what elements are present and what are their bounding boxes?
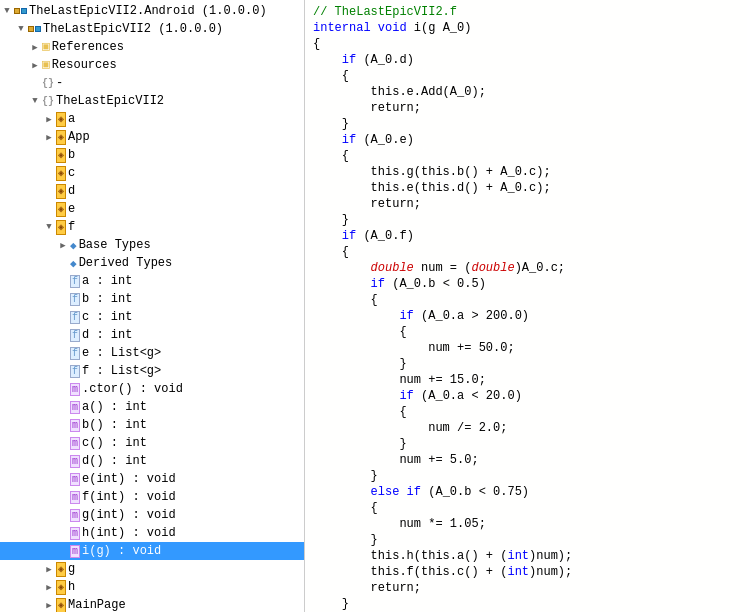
tree-item-class-mainpage[interactable]: ▶◈MainPage	[0, 596, 304, 612]
tree-panel[interactable]: ▼ TheLastEpicVII2.Android (1.0.0.0)▼ The…	[0, 0, 305, 612]
tree-item-field-e[interactable]: fe : List<g>	[0, 344, 304, 362]
tree-item-method-h[interactable]: mh(int) : void	[0, 524, 304, 542]
tree-item-method-e[interactable]: me(int) : void	[0, 470, 304, 488]
tree-item-field-b[interactable]: fb : int	[0, 290, 304, 308]
expand-icon[interactable]	[28, 76, 42, 90]
tree-item-class-a[interactable]: ▶◈a	[0, 110, 304, 128]
expand-icon[interactable]	[56, 382, 70, 396]
expand-icon[interactable]: ▼	[28, 94, 42, 108]
tree-item-method-c[interactable]: mc() : int	[0, 434, 304, 452]
expand-icon[interactable]	[42, 202, 56, 216]
field-icon: f	[70, 329, 82, 342]
tree-item-field-f[interactable]: ff : List<g>	[0, 362, 304, 380]
tree-item-class-d[interactable]: ◈d	[0, 182, 304, 200]
expand-icon[interactable]	[56, 418, 70, 432]
expand-icon[interactable]: ▶	[28, 58, 42, 72]
code-text-27: }	[313, 436, 407, 452]
tree-item-method-f[interactable]: mf(int) : void	[0, 488, 304, 506]
tree-item-references[interactable]: ▶▣References	[0, 38, 304, 56]
code-line-1: internal void i(g A_0)	[313, 20, 739, 36]
expand-icon[interactable]	[56, 508, 70, 522]
expand-icon[interactable]: ▶	[42, 598, 56, 612]
tree-item-base-types[interactable]: ▶◆Base Types	[0, 236, 304, 254]
class-icon: ◈	[56, 202, 68, 217]
code-text-22: }	[313, 356, 407, 372]
field-icon: f	[70, 293, 80, 306]
code-text-16: double num = (double)A_0.c;	[313, 260, 565, 276]
tree-item-class-e[interactable]: ◈e	[0, 200, 304, 218]
tree-item-label: .ctor() : void	[82, 382, 183, 396]
expand-icon[interactable]	[56, 256, 70, 270]
field-icon: f	[70, 311, 80, 324]
expand-icon[interactable]: ▶	[56, 238, 70, 252]
expand-icon[interactable]	[56, 292, 70, 306]
method-icon: m	[70, 455, 82, 468]
code-line-2: {	[313, 36, 739, 52]
tree-item-dash[interactable]: {}-	[0, 74, 304, 92]
tree-item-class-g[interactable]: ▶◈g	[0, 560, 304, 578]
tree-item-class-app[interactable]: ▶◈App	[0, 128, 304, 146]
expand-icon[interactable]: ▶	[42, 580, 56, 594]
code-line-9: {	[313, 148, 739, 164]
expand-icon[interactable]	[56, 274, 70, 288]
tree-item-class-c[interactable]: ◈c	[0, 164, 304, 182]
tree-item-method-a[interactable]: ma() : int	[0, 398, 304, 416]
expand-icon[interactable]	[56, 490, 70, 504]
expand-icon[interactable]: ▶	[42, 112, 56, 126]
expand-icon[interactable]: ▼	[14, 22, 28, 36]
expand-icon[interactable]	[56, 328, 70, 342]
tree-item-field-d[interactable]: fd : int	[0, 326, 304, 344]
tree-item-namespace[interactable]: ▼{}TheLastEpicVII2	[0, 92, 304, 110]
tree-item-method-ctor[interactable]: m.ctor() : void	[0, 380, 304, 398]
tree-item-method-g[interactable]: mg(int) : void	[0, 506, 304, 524]
expand-icon[interactable]	[56, 454, 70, 468]
expand-icon[interactable]: ▶	[42, 130, 56, 144]
expand-icon[interactable]: ▶	[42, 562, 56, 576]
tree-item-field-c[interactable]: fc : int	[0, 308, 304, 326]
code-line-36: return;	[313, 580, 739, 596]
tree-item-resources[interactable]: ▶▣Resources	[0, 56, 304, 74]
tree-item-method-d[interactable]: md() : int	[0, 452, 304, 470]
tree-item-main-project[interactable]: ▼ TheLastEpicVII2 (1.0.0.0)	[0, 20, 304, 38]
tree-item-method-b[interactable]: mb() : int	[0, 416, 304, 434]
expand-icon[interactable]	[42, 148, 56, 162]
tree-item-label: d	[68, 184, 75, 198]
tree-item-class-h[interactable]: ▶◈h	[0, 578, 304, 596]
expand-icon[interactable]	[56, 346, 70, 360]
expand-icon[interactable]: ▶	[28, 40, 42, 54]
code-line-29: }	[313, 468, 739, 484]
expand-icon[interactable]	[56, 472, 70, 486]
class-icon: ◈	[56, 148, 66, 163]
code-line-37: }	[313, 596, 739, 612]
expand-icon[interactable]: ▼	[0, 4, 14, 18]
tree-item-label: e : List<g>	[82, 346, 161, 360]
tree-item-derived-types[interactable]: ◆Derived Types	[0, 254, 304, 272]
expand-icon[interactable]	[56, 364, 70, 378]
class-icon: ◈	[56, 184, 66, 199]
expand-icon[interactable]	[56, 310, 70, 324]
tree-item-field-a[interactable]: fa : int	[0, 272, 304, 290]
code-text-13: }	[313, 212, 349, 228]
expand-icon[interactable]	[56, 526, 70, 540]
tree-item-class-b[interactable]: ◈b	[0, 146, 304, 164]
expand-icon[interactable]	[42, 166, 56, 180]
tree-item-android-project[interactable]: ▼ TheLastEpicVII2.Android (1.0.0.0)	[0, 2, 304, 20]
tree-item-class-f[interactable]: ▼◈f	[0, 218, 304, 236]
expand-icon[interactable]: ▼	[42, 220, 56, 234]
expand-icon[interactable]	[56, 544, 70, 558]
tree-item-method-i[interactable]: mi(g) : void	[0, 542, 304, 560]
code-line-0: // TheLastEpicVII2.f	[313, 4, 739, 20]
tree-item-label: g	[68, 562, 75, 576]
class-icon: ◈	[56, 130, 68, 145]
code-panel[interactable]: // TheLastEpicVII2.finternal void i(g A_…	[305, 0, 747, 612]
code-text-23: num += 15.0;	[313, 372, 486, 388]
code-text-30: else if (A_0.b < 0.75)	[313, 484, 529, 500]
expand-icon[interactable]	[56, 400, 70, 414]
expand-icon[interactable]	[42, 184, 56, 198]
code-line-20: {	[313, 324, 739, 340]
tree-item-label: f	[68, 220, 75, 234]
field-icon: f	[70, 275, 80, 288]
namespace-icon: {}	[42, 96, 54, 107]
code-text-33: }	[313, 532, 378, 548]
expand-icon[interactable]	[56, 436, 70, 450]
